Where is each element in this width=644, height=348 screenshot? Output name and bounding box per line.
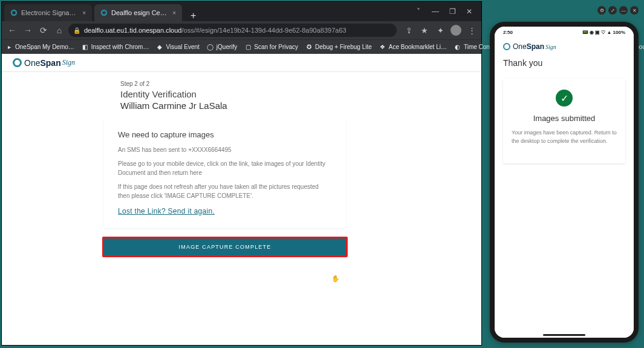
tab-label: Electronic Signature, Cloud Auth bbox=[21, 9, 77, 16]
onespan-ring-icon bbox=[13, 58, 22, 67]
phone-status-icons: 📟 ◉ ▣ ♡ ▲ bbox=[582, 30, 612, 35]
page-title: Identity Verification bbox=[120, 88, 466, 100]
bookmark-item[interactable]: ◧Inspect with Chrom… bbox=[82, 44, 149, 51]
bookmark-icon: ❖ bbox=[379, 44, 386, 51]
image-capture-complete-button[interactable]: IMAGE CAPTURE COMPLETE bbox=[104, 238, 346, 255]
phone-win-btn[interactable]: ✕ bbox=[630, 6, 639, 15]
url-path: /oss/#/esign/14e19b24-139d-44dd-9e62-8a9… bbox=[181, 27, 346, 34]
phone-mockup: ⚙ ⤢ — ✕ 2:50 📟 ◉ ▣ ♡ ▲ 100% OneSpan Sign… bbox=[486, 1, 642, 346]
phone-win-btn[interactable]: ⤢ bbox=[608, 6, 617, 15]
phone-window-controls: ⚙ ⤢ — ✕ bbox=[597, 6, 639, 15]
onespan-ring-icon bbox=[503, 43, 510, 50]
phone-home-bar[interactable] bbox=[543, 334, 585, 336]
bookmark-item[interactable]: ◯jQuerify bbox=[207, 44, 237, 51]
card-text: Your images have been captured. Return t… bbox=[512, 129, 617, 145]
panel-title: We need to capture images bbox=[118, 130, 331, 139]
tab-favicon-onespan bbox=[10, 9, 18, 16]
chevron-down-icon[interactable]: ˅ bbox=[410, 5, 427, 18]
share-icon[interactable]: ⇪ bbox=[403, 24, 415, 36]
bookmark-label: Scan for Privacy bbox=[254, 44, 298, 50]
onespan-logo: OneSpan Sign bbox=[13, 58, 75, 68]
onespan-sign-suffix: Sign bbox=[545, 44, 556, 50]
star-icon[interactable]: ★ bbox=[418, 24, 431, 36]
bookmark-item[interactable]: ❖Ace Bookmarklet Li… bbox=[379, 44, 447, 51]
window-controls: ˅ — ❐ ✕ bbox=[410, 5, 481, 18]
maximize-button[interactable]: ❐ bbox=[444, 5, 461, 18]
bookmark-item[interactable]: ◆Visual Event bbox=[156, 44, 199, 51]
bookmark-icon: ◐ bbox=[454, 44, 461, 51]
sms-sent-line: An SMS has been sent to +XXXX6664495 bbox=[118, 145, 331, 154]
thank-you-heading: Thank you bbox=[503, 58, 625, 68]
onespan-wordmark: OneSpan bbox=[513, 42, 544, 51]
svg-point-0 bbox=[11, 10, 16, 15]
bookmark-label: jQuerify bbox=[216, 44, 237, 50]
tab-close-icon[interactable]: × bbox=[172, 10, 176, 16]
content: Step 2 of 2 Identity Verification Willia… bbox=[2, 72, 481, 266]
url-host: dealflo.uat.eu1.tid.onespan.cloud bbox=[84, 27, 181, 34]
tab-label: Dealflo esign Ceremony bbox=[111, 9, 168, 16]
instruction-1: Please go to your mobile device, click o… bbox=[118, 159, 331, 177]
bookmark-item[interactable]: ▸OneSpan My Demo… bbox=[5, 44, 74, 51]
phone-success-card: ✓ Images submitted Your images have been… bbox=[503, 79, 625, 163]
toolbar: ← → ⟳ ⌂ 🔒 dealflo.uat.eu1.tid.onespan.cl… bbox=[2, 21, 481, 39]
kebab-icon[interactable]: ⋮ bbox=[466, 24, 478, 36]
bookmark-icon: ▸ bbox=[5, 44, 13, 51]
phone-app-header: OneSpan Sign bbox=[495, 38, 634, 53]
onespan-sign-suffix: Sign bbox=[62, 58, 75, 67]
titlebar: Electronic Signature, Cloud Auth × Dealf… bbox=[2, 2, 481, 21]
new-tab-button[interactable]: + bbox=[184, 10, 202, 21]
phone-content: OneSpan Sign Thank you ✓ Images submitte… bbox=[495, 38, 634, 338]
step-indicator: Step 2 of 2 bbox=[120, 80, 466, 87]
reload-button[interactable]: ⟳ bbox=[37, 24, 50, 37]
phone-status-bar: 2:50 📟 ◉ ▣ ♡ ▲ 100% bbox=[495, 27, 634, 38]
tab-dealflo[interactable]: Dealflo esign Ceremony × bbox=[94, 4, 182, 21]
tabstrip: Electronic Signature, Cloud Auth × Dealf… bbox=[2, 2, 410, 21]
phone-time: 2:50 bbox=[503, 30, 513, 35]
phone-win-btn[interactable]: — bbox=[619, 6, 628, 15]
avatar[interactable] bbox=[450, 24, 462, 36]
bookmark-label: OneSpan My Demo… bbox=[15, 44, 74, 50]
check-circle-icon: ✓ bbox=[556, 90, 573, 107]
cursor-icon: ✋ bbox=[331, 275, 340, 283]
back-button[interactable]: ← bbox=[5, 24, 19, 37]
instruction-2: If this page does not refresh after you … bbox=[118, 182, 331, 200]
close-button[interactable]: ✕ bbox=[461, 5, 478, 18]
bookmark-item[interactable]: ▢Scan for Privacy bbox=[244, 44, 298, 51]
signer-name: William Carmine Jr LaSala bbox=[120, 100, 466, 111]
capture-panel: We need to capture images An SMS has bee… bbox=[103, 118, 346, 228]
bookmark-label: Inspect with Chrom… bbox=[91, 44, 149, 50]
forward-button[interactable]: → bbox=[21, 24, 34, 37]
page: OneSpan Sign Step 2 of 2 Identity Verifi… bbox=[2, 54, 481, 345]
bookmark-icon: ▢ bbox=[244, 44, 252, 51]
tab-close-icon[interactable]: × bbox=[82, 10, 86, 16]
onespan-wordmark: OneSpan bbox=[24, 58, 61, 68]
bookmark-label: Visual Event bbox=[166, 44, 199, 50]
bookmark-icon: ✪ bbox=[305, 44, 313, 51]
extensions-icon[interactable]: ✦ bbox=[434, 24, 446, 36]
home-button[interactable]: ⌂ bbox=[53, 24, 66, 37]
phone-win-btn[interactable]: ⚙ bbox=[597, 6, 606, 15]
phone-device: 2:50 📟 ◉ ▣ ♡ ▲ 100% OneSpan Sign Thank y… bbox=[490, 22, 639, 343]
toolbar-right: ⇪ ★ ✦ ⋮ bbox=[399, 24, 478, 36]
minimize-button[interactable]: — bbox=[427, 5, 444, 18]
resend-link[interactable]: Lost the Link? Send it again. bbox=[118, 207, 215, 215]
cta-wrap: IMAGE CAPTURE COMPLETE bbox=[102, 237, 348, 257]
bookmark-icon: ◧ bbox=[82, 44, 89, 51]
tab-favicon-dealflo bbox=[100, 9, 108, 16]
tab-onespan[interactable]: Electronic Signature, Cloud Auth × bbox=[4, 4, 92, 21]
page-header: OneSpan Sign bbox=[2, 54, 481, 72]
svg-point-1 bbox=[102, 10, 106, 15]
bookmark-label: Debug + Firebug Lite bbox=[315, 44, 372, 50]
lock-icon: 🔒 bbox=[73, 27, 80, 34]
bookmark-item[interactable]: ✪Debug + Firebug Lite bbox=[305, 44, 372, 51]
phone-battery: 100% bbox=[613, 30, 625, 35]
phone-body: Thank you ✓ Images submitted Your images… bbox=[495, 53, 634, 168]
url-bar[interactable]: 🔒 dealflo.uat.eu1.tid.onespan.cloud /oss… bbox=[68, 24, 397, 37]
bookmark-label: Ace Bookmarklet Li… bbox=[389, 44, 447, 50]
bookmark-icon: ◯ bbox=[207, 44, 214, 51]
browser-window: Electronic Signature, Cloud Auth × Dealf… bbox=[1, 1, 482, 346]
bookmarks-bar: ▸OneSpan My Demo… ◧Inspect with Chrom… ◆… bbox=[2, 39, 481, 54]
card-title: Images submitted bbox=[512, 114, 617, 123]
phone-status-right: 📟 ◉ ▣ ♡ ▲ 100% bbox=[582, 30, 625, 35]
bookmark-icon: ◆ bbox=[156, 44, 163, 51]
